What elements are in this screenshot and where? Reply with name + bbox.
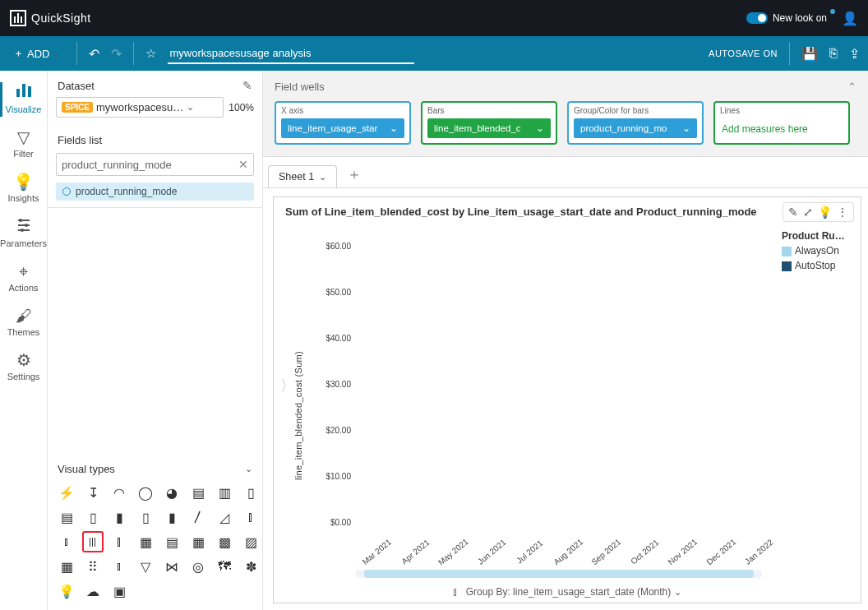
legend-item[interactable]: AutoStop — [782, 260, 852, 271]
vt-waterfall-icon[interactable]: ⫿ — [108, 531, 130, 552]
scroll-left-icon[interactable]: 〉 — [280, 376, 295, 395]
vt-scatter-icon[interactable]: ⠿ — [82, 556, 104, 577]
analysis-title-input[interactable] — [168, 44, 414, 64]
dimension-type-icon — [62, 187, 71, 196]
vt-vstack-icon[interactable]: ▯ — [82, 506, 104, 528]
vt-sankey-icon[interactable]: ⋈ — [161, 556, 182, 577]
legend-item[interactable]: AlwaysOn — [782, 245, 852, 256]
dataset-header-label: Dataset — [58, 80, 95, 92]
vt-area-icon[interactable]: ◿ — [214, 506, 235, 528]
chart-hscroll[interactable] — [356, 570, 762, 578]
clear-search-icon[interactable]: ✕ — [238, 158, 248, 171]
vt-hstack-icon[interactable]: ▥ — [214, 482, 235, 503]
well-lines[interactable]: Lines Add measures here — [713, 101, 850, 145]
filter-icon: ▽ — [0, 129, 48, 146]
rail-settings[interactable]: ⚙ Settings — [0, 344, 48, 388]
rail-insights[interactable]: 💡 Insights — [0, 165, 48, 210]
vt-hbar2-icon[interactable]: ▤ — [56, 506, 77, 528]
separator — [133, 42, 134, 65]
rail-themes[interactable]: 🖌 Themes — [0, 299, 48, 344]
vt-vbar-icon[interactable]: ▯ — [240, 482, 261, 503]
rail-visualize[interactable]: Visualize — [0, 74, 48, 121]
vt-stack100-icon[interactable]: ▮ — [108, 506, 130, 528]
group-by-footer[interactable]: ⫿ Group By: line_item_usage_start_date (… — [274, 586, 861, 598]
vt-combo1-icon[interactable]: ⫿ — [240, 506, 261, 528]
vt-hbar-icon[interactable]: ▤ — [187, 482, 209, 503]
notification-dot-icon — [830, 9, 835, 14]
sheet-tab[interactable]: Sheet 1 ⌄ — [268, 165, 337, 187]
save-icon[interactable]: 💾 — [801, 46, 818, 62]
vt-heatmap-icon[interactable]: ▦ — [187, 531, 209, 552]
vt-table-icon[interactable]: ▤ — [161, 531, 182, 552]
expand-viz-icon[interactable]: ⤢ — [803, 206, 813, 219]
field-name: product_running_mode — [76, 186, 177, 197]
vt-radar-icon[interactable]: ✽ — [240, 556, 261, 577]
vt-vbar2-icon[interactable]: ▯ — [135, 506, 156, 528]
fields-search-input[interactable] — [62, 159, 238, 171]
edit-dataset-icon[interactable]: ✎ — [242, 79, 252, 92]
fields-search[interactable]: ✕ — [56, 153, 254, 176]
vt-cluster-bar-combo-icon[interactable]: ⫼ — [82, 531, 104, 552]
new-look-toggle[interactable] — [746, 12, 768, 24]
vt-tree-icon[interactable]: ▦ — [56, 556, 77, 577]
vt-wordcloud-icon[interactable]: ☁ — [82, 580, 104, 602]
vt-donut-icon[interactable]: ◯ — [135, 482, 156, 503]
rail-label: Actions — [8, 283, 38, 293]
edit-viz-icon[interactable]: ✎ — [788, 206, 798, 219]
export-icon[interactable]: ⎘ — [829, 46, 838, 61]
well-chip[interactable]: product_running_mo ⌄ — [574, 118, 697, 138]
vt-gauge-icon[interactable]: ◠ — [108, 482, 130, 503]
rail-filter[interactable]: ▽ Filter — [0, 121, 48, 165]
spice-badge: SPICE — [62, 102, 93, 113]
vt-geo-icon[interactable]: ◎ — [187, 556, 209, 577]
vt-map-icon[interactable]: 🗺 — [214, 556, 235, 577]
well-chip-text: line_item_blended_c — [434, 123, 521, 133]
well-xaxis[interactable]: X axis line_item_usage_star ⌄ — [275, 101, 411, 145]
vt-auto-icon[interactable]: ⚡ — [56, 482, 77, 503]
vt-combo2-icon[interactable]: ⫾ — [56, 531, 77, 552]
field-wells-label: Field wells — [275, 81, 325, 93]
well-group-color[interactable]: Group/Color for bars product_running_mo … — [567, 101, 704, 145]
y-axis-label: line_item_blended_cost (Sum) — [293, 351, 303, 480]
vt-vbar3-icon[interactable]: ▮ — [161, 506, 182, 528]
insight-viz-icon[interactable]: 💡 — [818, 206, 832, 219]
x-tick: Jul 2021 — [512, 536, 547, 567]
vt-pie-icon[interactable]: ◕ — [161, 482, 182, 503]
vt-kpi-icon[interactable]: ↧ — [82, 482, 104, 503]
legend: Product Ru… AlwaysOn AutoStop — [782, 230, 852, 275]
viz-card[interactable]: Sum of Line_item_blended_cost by Line_it… — [273, 196, 861, 603]
add-button[interactable]: ＋ ADD ⌄ — [8, 41, 65, 66]
vt-boxplot-icon[interactable]: ⫾ — [108, 556, 130, 577]
well-chip[interactable]: line_item_blended_c ⌄ — [427, 118, 551, 138]
well-chip-text: line_item_usage_star — [288, 123, 377, 133]
well-label: Bars — [427, 106, 551, 118]
dataset-selector[interactable]: SPICE myworkspacesu… ⌄ — [56, 97, 224, 118]
rail-parameters[interactable]: Parameters — [0, 210, 48, 255]
vt-heat2-icon[interactable]: ▩ — [214, 531, 235, 552]
chevron-down-icon[interactable]: ⌄ — [319, 172, 326, 183]
viz-menu-icon[interactable]: ⋮ — [837, 206, 848, 219]
vt-funnel-icon[interactable]: ▽ — [135, 556, 156, 577]
chevron-down-icon[interactable]: ⌄ — [245, 464, 252, 474]
well-bars[interactable]: Bars line_item_blended_c ⌄ — [421, 101, 557, 145]
vt-insight-icon[interactable]: 💡 — [56, 580, 77, 602]
main-area: Field wells ⌃ X axis line_item_usage_sta… — [263, 71, 868, 610]
field-item[interactable]: product_running_mode — [56, 183, 254, 201]
vt-custom-icon[interactable]: ▣ — [108, 580, 130, 602]
redo-button[interactable]: ↷ — [111, 46, 122, 62]
collapse-fieldwells-icon[interactable]: ⌃ — [847, 81, 856, 93]
vt-heat3-icon[interactable]: ▨ — [240, 531, 261, 552]
x-tick: Oct 2021 — [627, 536, 663, 567]
rail-actions[interactable]: ⌖ Actions — [0, 255, 48, 299]
sheet-tabs: Sheet 1 ⌄ ＋ — [263, 157, 868, 188]
vt-line-icon[interactable]: 〳 — [187, 506, 209, 528]
chart-hscroll-thumb[interactable] — [364, 570, 754, 578]
favorite-star-icon[interactable]: ☆ — [145, 46, 156, 61]
x-tick: Jan 2022 — [741, 536, 777, 567]
share-icon[interactable]: ⇪ — [849, 46, 860, 62]
user-icon[interactable]: 👤 — [842, 11, 858, 26]
undo-button[interactable]: ↶ — [89, 46, 99, 62]
well-chip[interactable]: line_item_usage_star ⌄ — [281, 118, 404, 138]
add-sheet-button[interactable]: ＋ — [340, 161, 368, 187]
vt-pivot-icon[interactable]: ▦ — [135, 531, 156, 552]
